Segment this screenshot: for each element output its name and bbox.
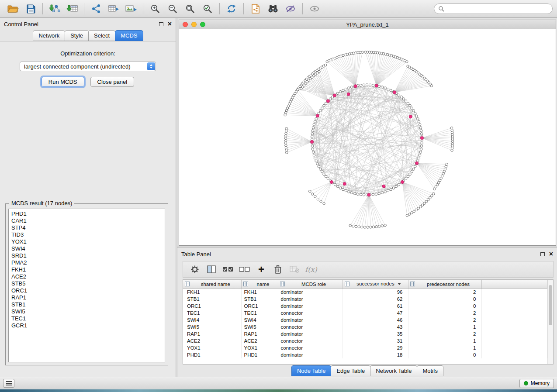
mcds-result-item[interactable]: TID3 (11, 231, 162, 238)
table-row[interactable]: ACE2ACE2connector311 (183, 337, 547, 344)
application-window: Control Panel × Network Style Select MCD… (0, 0, 557, 392)
close-panel-icon[interactable]: × (168, 21, 172, 28)
mcds-result-item[interactable]: STP4 (11, 224, 162, 231)
sort-chevron-icon[interactable] (398, 283, 401, 287)
select-stepper-icon (147, 62, 155, 70)
network-canvas[interactable] (179, 29, 556, 245)
table-toolbar: + (183, 261, 554, 278)
column-header-predecessor-nodes[interactable]: predecessor nodes (408, 280, 481, 289)
mcds-result-item[interactable]: SWI4 (11, 245, 162, 252)
zoom-out-button[interactable] (164, 2, 181, 16)
trash-icon (274, 265, 282, 274)
mcds-result-item[interactable]: FKH1 (11, 266, 162, 273)
mcds-result-item[interactable]: PMA2 (11, 259, 162, 266)
export-table-button[interactable] (105, 2, 122, 16)
show-columns-button[interactable] (203, 263, 220, 276)
mcds-result-item[interactable]: GCR1 (11, 322, 162, 329)
memory-status-icon (524, 381, 528, 385)
column-grid-icon (243, 282, 248, 286)
table-row[interactable]: FKH1FKH1dominator962 (183, 289, 547, 296)
column-header-filler (481, 280, 547, 289)
table-row[interactable]: RAP1RAP1dominator352 (183, 330, 547, 337)
tab-node-table[interactable]: Node Table (291, 365, 332, 376)
status-menu-button[interactable] (3, 379, 14, 388)
import-table-button[interactable] (63, 2, 81, 16)
mcds-result-item[interactable]: STB5 (11, 280, 162, 287)
close-panel-button[interactable]: Close panel (90, 77, 135, 87)
search-input[interactable] (447, 6, 548, 12)
add-column-button[interactable]: + (253, 263, 270, 276)
mcds-result-item[interactable]: CAR1 (11, 217, 162, 224)
export-network-button[interactable] (247, 2, 264, 16)
node-table-container: shared name name MCDS role (183, 279, 554, 364)
import-network-button[interactable] (46, 2, 63, 16)
export-image-button[interactable] (122, 2, 140, 16)
column-grid-icon (410, 282, 415, 286)
tab-select[interactable]: Select (88, 30, 115, 41)
find-button[interactable] (264, 2, 282, 16)
column-header-name[interactable]: name (241, 280, 278, 289)
column-header-successor-nodes[interactable]: successor nodes (343, 280, 408, 289)
column-header-mcds-role[interactable]: MCDS role (278, 280, 343, 289)
network-window-titlebar[interactable]: YPA_prune.txt_1 (179, 20, 556, 29)
tab-style[interactable]: Style (65, 30, 89, 41)
refresh-view-button[interactable] (223, 2, 240, 16)
show-elements-button[interactable] (306, 2, 323, 16)
table-row[interactable]: YOX1YOX1connector291 (183, 344, 547, 351)
mcds-result-list[interactable]: PHD1CAR1STP4TID3YOX1SWI4SRD1PMA2FKH1ACE2… (8, 209, 165, 362)
table-scrollbar[interactable] (547, 280, 553, 364)
table-row[interactable]: ORC1ORC1dominator610 (183, 303, 547, 309)
mcds-result-item[interactable]: RAP1 (11, 294, 162, 301)
open-file-button[interactable] (4, 2, 22, 16)
table-row[interactable]: STB1STB1dominator620 (183, 296, 547, 303)
table-scrollbar-thumb[interactable] (549, 285, 552, 325)
tab-mcds[interactable]: MCDS (115, 30, 143, 41)
window-maximize-light[interactable] (200, 22, 205, 27)
select-all-button[interactable] (220, 263, 236, 276)
table-settings-button[interactable] (187, 263, 203, 276)
clear-selection-button[interactable] (236, 263, 253, 276)
delete-column-button[interactable] (270, 263, 286, 276)
mcds-result-item[interactable]: SRD1 (11, 252, 162, 259)
control-panel-title: Control Panel (4, 21, 38, 28)
tab-edge-table[interactable]: Edge Table (331, 365, 370, 376)
table-options-disabled-icon (290, 266, 299, 273)
table-row[interactable]: PHD1PHD1dominator180 (183, 351, 547, 358)
mcds-result-item[interactable]: PHD1 (11, 210, 162, 217)
float-table-panel-icon[interactable] (540, 252, 545, 256)
zoom-in-button[interactable] (146, 2, 164, 16)
zoom-fit-icon (185, 4, 195, 14)
table-row[interactable]: SWI5SWI5connector431 (183, 323, 547, 330)
mcds-result-item[interactable]: ACE2 (11, 273, 162, 280)
search-box[interactable] (434, 3, 553, 14)
tab-network-table[interactable]: Network Table (370, 365, 417, 376)
open-folder-icon (7, 4, 19, 13)
window-close-light[interactable] (183, 22, 188, 27)
mcds-result-item[interactable]: YOX1 (11, 238, 162, 245)
save-session-button[interactable] (22, 2, 39, 16)
new-network-button[interactable] (87, 2, 105, 16)
table-row[interactable]: TEC1TEC1connector472 (183, 309, 547, 316)
float-panel-icon[interactable] (159, 22, 163, 26)
optimization-criterion-select[interactable]: largest connected component (undirected) (20, 62, 156, 71)
table-row[interactable]: SWI4SWI4dominator462 (183, 316, 547, 323)
tab-motifs[interactable]: Motifs (417, 365, 443, 376)
mcds-result-item[interactable]: ORC1 (11, 287, 162, 294)
select-all-icon (222, 266, 234, 272)
zoom-selected-icon (203, 4, 212, 14)
memory-button[interactable]: Memory (519, 379, 554, 388)
zoom-selected-button[interactable] (199, 2, 216, 16)
save-icon (26, 4, 35, 14)
control-panel-tabs: Network Style Select MCDS (0, 30, 176, 41)
run-mcds-button[interactable]: Run MCDS (42, 77, 84, 87)
column-header-shared-name[interactable]: shared name (183, 280, 241, 289)
hide-elements-button[interactable] (282, 2, 299, 16)
zoom-fit-button[interactable] (181, 2, 199, 16)
table-panel: Table Panel × (177, 248, 557, 377)
mcds-result-item[interactable]: TEC1 (11, 315, 162, 322)
window-minimize-light[interactable] (191, 22, 197, 27)
mcds-result-item[interactable]: SWI5 (11, 308, 162, 315)
close-table-panel-icon[interactable]: × (549, 251, 553, 258)
tab-network[interactable]: Network (33, 30, 65, 41)
mcds-result-item[interactable]: STB1 (11, 301, 162, 308)
